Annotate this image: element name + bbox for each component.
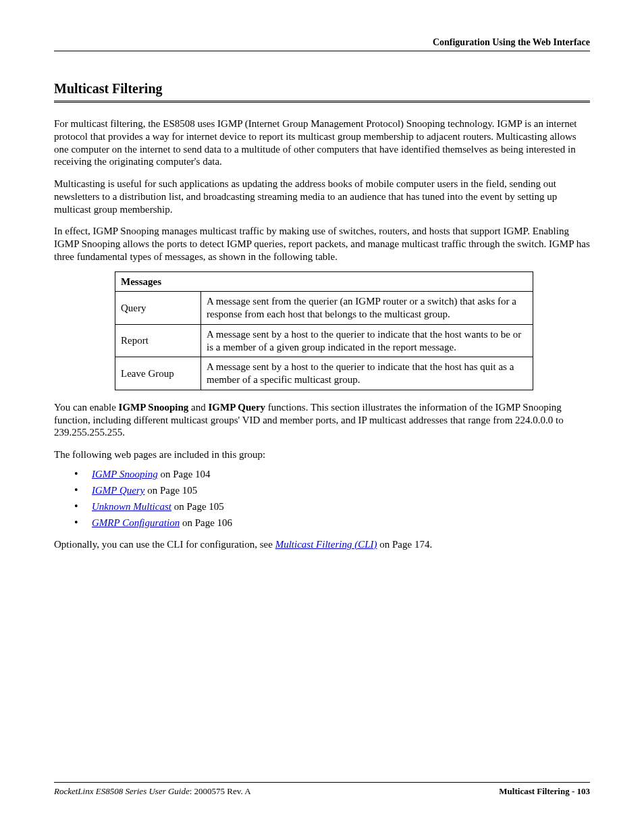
link-igmp-query[interactable]: IGMP Query: [92, 485, 144, 496]
list-item: IGMP Snooping on Page 104: [74, 468, 590, 480]
link-multicast-filtering-cli[interactable]: Multicast Filtering (CLI): [275, 539, 377, 550]
link-gmrp-configuration[interactable]: GMRP Configuration: [92, 517, 180, 528]
text: and: [188, 402, 208, 413]
text: on Page 174.: [377, 539, 433, 550]
header-right-text: Configuration Using the Web Interface: [433, 37, 590, 47]
links-list: IGMP Snooping on Page 104 IGMP Query on …: [74, 468, 590, 529]
footer-left: RocketLinx ES8508 Series User Guide: 200…: [54, 786, 251, 797]
list-intro: The following web pages are included in …: [54, 448, 590, 461]
link-suffix: on Page 104: [158, 469, 211, 479]
bold-text: IGMP Snooping: [119, 402, 189, 413]
table-row: Report A message sent by a host to the q…: [115, 324, 533, 357]
msg-desc: A message sent by a host to the querier …: [201, 357, 533, 390]
link-unknown-multicast[interactable]: Unknown Multicast: [92, 501, 171, 512]
msg-desc: A message sent by a host to the querier …: [201, 324, 533, 357]
footer-right: Multicast Filtering - 103: [499, 786, 590, 797]
list-item: GMRP Configuration on Page 106: [74, 517, 590, 529]
table-row: Query A message sent from the querier (a…: [115, 292, 533, 325]
msg-name: Leave Group: [115, 357, 201, 390]
paragraph-2: Multicasting is useful for such applicat…: [54, 178, 590, 215]
link-igmp-snooping[interactable]: IGMP Snooping: [92, 469, 158, 479]
msg-desc: A message sent from the querier (an IGMP…: [201, 292, 533, 325]
paragraph-3: In effect, IGMP Snooping manages multica…: [54, 225, 590, 263]
paragraph-after-table: You can enable IGMP Snooping and IGMP Qu…: [54, 401, 590, 439]
footer-revision: : 2000575 Rev. A: [190, 786, 251, 796]
list-item: Unknown Multicast on Page 105: [74, 500, 590, 513]
table-row: Leave Group A message sent by a host to …: [115, 357, 533, 390]
text: You can enable: [54, 402, 119, 413]
table-header: Messages: [115, 271, 533, 292]
list-item: IGMP Query on Page 105: [74, 484, 590, 496]
msg-name: Query: [115, 292, 201, 325]
page-footer: RocketLinx ES8508 Series User Guide: 200…: [54, 782, 590, 797]
bold-text: IGMP Query: [209, 402, 266, 413]
messages-table: Messages Query A message sent from the q…: [115, 271, 533, 390]
paragraph-1: For multicast filtering, the ES8508 uses…: [54, 118, 590, 168]
text: Optionally, you can use the CLI for conf…: [54, 539, 275, 550]
link-suffix: on Page 105: [144, 485, 197, 496]
section-title: Multicast Filtering: [54, 81, 590, 103]
page-header: Configuration Using the Web Interface: [54, 37, 590, 51]
footer-guide-name: RocketLinx ES8508 Series User Guide: [54, 786, 190, 796]
link-suffix: on Page 105: [171, 501, 224, 512]
msg-name: Report: [115, 324, 201, 357]
link-suffix: on Page 106: [180, 517, 232, 528]
table-header-row: Messages: [115, 271, 533, 292]
cli-paragraph: Optionally, you can use the CLI for conf…: [54, 538, 590, 551]
